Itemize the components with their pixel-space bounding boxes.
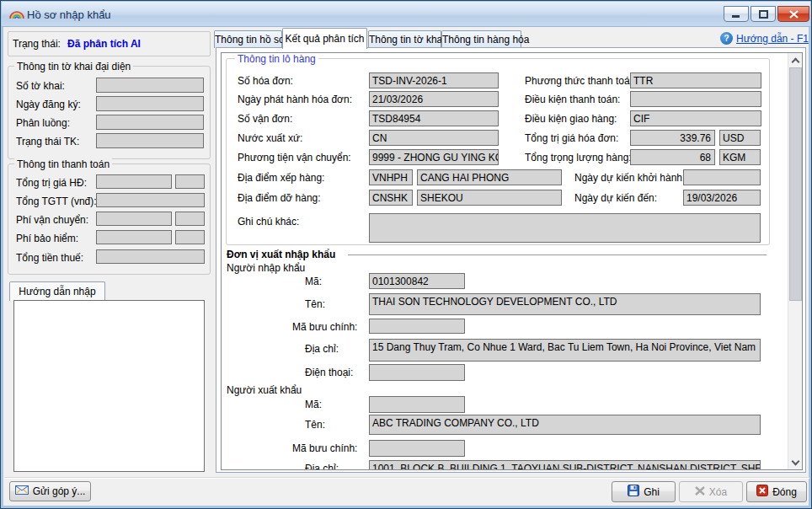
status-label: Trạng thái: bbox=[13, 38, 61, 50]
total-tax-label: Tổng tiền thuế: bbox=[16, 252, 83, 264]
eta-field[interactable]: 19/03/2026 bbox=[683, 190, 761, 206]
discharge-port-code-field[interactable]: CNSHK bbox=[369, 190, 413, 206]
invoice-date-label: Ngày phát hành hóa đơn: bbox=[238, 94, 352, 105]
close-dialog-button-label: Đóng bbox=[772, 486, 797, 498]
invoice-no-field[interactable]: TSD-INV-2026-1 bbox=[369, 72, 499, 88]
importer-postal-field[interactable] bbox=[369, 319, 465, 334]
exporter-address-field[interactable]: 1001, BLOCK B, BUILDING 1, TAOYUAN SUB-D… bbox=[369, 460, 761, 470]
maximize-button[interactable] bbox=[751, 6, 776, 22]
discharge-port-label: Địa điểm dỡ hàng: bbox=[238, 192, 321, 204]
exporter-code-field[interactable] bbox=[369, 396, 465, 413]
payment-group-title: Thông tin thanh toán bbox=[14, 158, 112, 170]
decl-date-field[interactable] bbox=[96, 96, 204, 111]
parties-section-line bbox=[348, 254, 767, 255]
chevron-up-icon bbox=[792, 58, 800, 67]
decl-channel-field[interactable] bbox=[96, 115, 204, 130]
title-bar[interactable]: Hồ sơ nhập khẩu bbox=[2, 2, 810, 27]
decl-status-label: Trạng thái TK: bbox=[16, 136, 79, 147]
help-icon[interactable]: ? bbox=[720, 32, 733, 45]
transport-field[interactable]: 9999 - ZHONG GU YING KOU- bbox=[369, 149, 499, 165]
footer-separator bbox=[4, 477, 809, 479]
bill-no-label: Số vận đơn: bbox=[238, 113, 292, 125]
delivery-terms-field[interactable]: CIF bbox=[630, 110, 761, 126]
exporter-postal-field[interactable] bbox=[369, 440, 465, 457]
importer-address-field[interactable]: 15 Dang Thuy Tram, Co Nhue 1 Ward, Bac T… bbox=[369, 339, 761, 362]
exporter-postal-label: Mã bưu chính: bbox=[292, 442, 357, 454]
insurance-unit-field[interactable] bbox=[175, 230, 205, 244]
etd-field[interactable] bbox=[683, 169, 761, 185]
loading-port-name-field[interactable]: CANG HAI PHONG bbox=[417, 169, 562, 185]
loading-port-code-field[interactable]: VNHPH bbox=[369, 169, 413, 185]
total-tax-field[interactable] bbox=[96, 249, 205, 264]
notes-field[interactable] bbox=[369, 213, 761, 243]
freight-label: Phí vận chuyển: bbox=[16, 214, 88, 226]
freight-unit-field[interactable] bbox=[175, 212, 205, 226]
declaration-group-title: Thông tin tờ khai đại diện bbox=[14, 61, 133, 72]
bill-no-field[interactable]: TSD84954 bbox=[369, 110, 499, 126]
status-value: Đã phân tích AI bbox=[67, 38, 141, 50]
delete-button-label: Xóa bbox=[709, 486, 727, 498]
exporter-title: Người xuất khẩu bbox=[227, 384, 302, 396]
origin-country-field[interactable]: CN bbox=[369, 130, 499, 146]
invoice-date-field[interactable]: 21/03/2026 bbox=[369, 91, 499, 107]
guide-content-box bbox=[13, 300, 205, 472]
contract-value-field[interactable] bbox=[96, 174, 172, 189]
freight-field[interactable] bbox=[96, 212, 172, 226]
invoice-no-label: Số hóa đơn: bbox=[238, 75, 293, 87]
floppy-disk-icon bbox=[628, 485, 639, 499]
exporter-name-field[interactable]: ABC TRADING COMPANY CO., LTD bbox=[369, 415, 761, 435]
scrollbar-thumb[interactable] bbox=[789, 67, 802, 301]
decl-no-field[interactable] bbox=[96, 78, 204, 93]
tab-hang-hoa[interactable]: Thông tin hàng hóa bbox=[441, 30, 521, 48]
payment-terms-field[interactable] bbox=[630, 91, 761, 107]
importer-postal-label: Mã bưu chính: bbox=[292, 321, 357, 333]
invoice-total-field[interactable]: 339.76 bbox=[630, 130, 715, 146]
shipment-group-title: Thông tin lô hàng bbox=[235, 53, 318, 65]
decl-no-label: Số tờ khai: bbox=[16, 80, 65, 92]
eta-label: Ngày dự kiến đến: bbox=[574, 192, 657, 204]
help-link[interactable]: Hướng dẫn - F1 bbox=[736, 33, 809, 45]
feedback-button[interactable]: Gửi góp ý... bbox=[9, 481, 91, 501]
origin-country-label: Nước xuất xứ: bbox=[238, 132, 302, 144]
feedback-button-label: Gửi góp ý... bbox=[33, 485, 86, 497]
importer-name-field[interactable]: THAI SON TECHNOLOGY DEVELOPMENT CO., LTD bbox=[369, 293, 761, 315]
importer-code-label: Mã: bbox=[305, 276, 322, 287]
delete-button: Xóa bbox=[679, 481, 743, 502]
importer-address-label: Địa chỉ: bbox=[305, 343, 339, 355]
taxable-value-field[interactable] bbox=[96, 193, 205, 207]
minimize-button[interactable] bbox=[724, 6, 749, 22]
exporter-address-label: Địa chỉ: bbox=[305, 463, 339, 470]
parties-section-title: Đơn vị xuất nhập khẩu bbox=[227, 249, 335, 260]
loading-port-label: Địa điểm xếp hàng: bbox=[238, 172, 324, 184]
payment-terms-label: Điều kiện thanh toán: bbox=[525, 94, 620, 105]
tab-ho-so[interactable]: Thông tin hồ sơ bbox=[214, 30, 282, 48]
save-button[interactable]: Ghi bbox=[612, 481, 676, 502]
vertical-scrollbar[interactable] bbox=[788, 53, 802, 469]
taxable-value-label: Tổng TGTT (vnđ): bbox=[16, 196, 97, 207]
status-panel: Trạng thái: Đã phân tích AI bbox=[8, 31, 211, 56]
total-weight-unit-field[interactable]: KGM bbox=[719, 149, 761, 165]
payment-method-label: Phương thức thanh toán: bbox=[525, 75, 638, 87]
exporter-code-label: Mã: bbox=[305, 399, 322, 410]
total-weight-label: Tổng trọng lượng hàng: bbox=[525, 152, 632, 163]
insurance-field[interactable] bbox=[96, 230, 172, 244]
total-weight-field[interactable]: 68 bbox=[630, 149, 715, 165]
close-dialog-button[interactable]: Đóng bbox=[746, 481, 807, 502]
contract-value-unit-field[interactable] bbox=[175, 174, 205, 189]
importer-phone-field[interactable] bbox=[369, 364, 465, 381]
close-button[interactable] bbox=[777, 6, 809, 22]
importer-phone-label: Điện thoại: bbox=[305, 367, 353, 378]
invoice-total-unit-field[interactable]: USD bbox=[719, 130, 761, 146]
payment-method-field[interactable]: TTR bbox=[630, 72, 761, 88]
decl-status-field[interactable] bbox=[96, 133, 204, 148]
guide-tab[interactable]: Hướng dẫn nhập liệu bbox=[9, 281, 105, 301]
importer-code-field[interactable]: 0101300842 bbox=[369, 273, 465, 289]
contract-value-label: Tổng trị giá HĐ: bbox=[16, 177, 87, 189]
scroll-up-button[interactable] bbox=[788, 53, 803, 67]
importer-title: Người nhập khẩu bbox=[227, 262, 305, 274]
tab-ket-qua-phan-tich[interactable]: Kết quả phân tích bbox=[282, 28, 367, 49]
scroll-down-button[interactable] bbox=[788, 455, 803, 469]
tab-to-khai[interactable]: Thông tin tờ khai bbox=[368, 30, 441, 48]
discharge-port-name-field[interactable]: SHEKOU bbox=[417, 190, 562, 206]
analysis-scroll-region: Thông tin lô hàng Số hóa đơn: TSD-INV-20… bbox=[221, 52, 803, 470]
